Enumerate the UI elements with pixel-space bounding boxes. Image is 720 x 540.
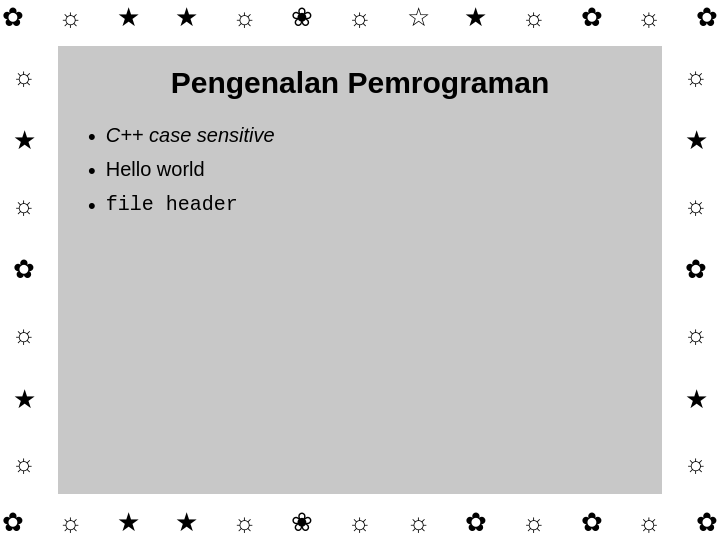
border-icon: ☼	[684, 190, 708, 221]
border-icon: ✿	[2, 507, 24, 538]
bullet-text-3: file header	[106, 193, 238, 216]
border-icon: ★	[13, 125, 36, 156]
slide-content-area: Pengenalan Pemrograman C++ case sensitiv…	[58, 46, 662, 494]
border-icon: ☼	[522, 2, 546, 33]
border-icon: ✿	[581, 507, 603, 538]
border-icon: ✿	[581, 2, 603, 33]
bullet-item-3: file header	[88, 193, 632, 219]
border-icon: ★	[175, 507, 198, 538]
border-icon: ✿	[696, 507, 718, 538]
bullet-text-1: C++ case sensitive	[106, 124, 275, 147]
border-icon: ✿	[2, 2, 24, 33]
border-icon: ❀	[291, 507, 313, 538]
bullet-list: C++ case sensitive Hello world file head…	[88, 124, 632, 219]
border-icon: ★	[117, 2, 140, 33]
border-icon: ☼	[522, 507, 546, 538]
border-icon: ☼	[637, 507, 661, 538]
border-icon: ☼	[12, 319, 36, 350]
bullet-item-1: C++ case sensitive	[88, 124, 632, 150]
border-icon: ★	[464, 2, 487, 33]
border-icon: ☼	[684, 61, 708, 92]
presentation-slide: ✿ ☼ ★ ★ ☼ ❀ ☼ ☆ ★ ☼ ✿ ☼ ✿ ✿ ☼ ★ ★ ☼ ❀ ☼ …	[0, 0, 720, 540]
border-icon: ☼	[348, 2, 372, 33]
border-icon: ★	[685, 384, 708, 415]
border-icon: ☼	[684, 319, 708, 350]
border-icon: ☼	[233, 2, 257, 33]
bottom-border-row: ✿ ☼ ★ ★ ☼ ❀ ☼ ☼ ✿ ☼ ✿ ☼ ✿	[0, 507, 720, 538]
border-icon: ☼	[12, 448, 36, 479]
border-icon: ☼	[637, 2, 661, 33]
border-icon: ☆	[407, 2, 430, 33]
right-border-col: ☼ ★ ☼ ✿ ☼ ★ ☼	[674, 44, 718, 496]
border-icon: ☼	[348, 507, 372, 538]
bullet-text-2: Hello world	[106, 158, 205, 181]
border-icon: ✿	[465, 507, 487, 538]
border-icon: ★	[117, 507, 140, 538]
border-icon: ☼	[59, 507, 83, 538]
border-icon: ✿	[685, 254, 707, 285]
border-icon: ❀	[291, 2, 313, 33]
border-icon: ★	[13, 384, 36, 415]
border-icon: ★	[175, 2, 198, 33]
border-icon: ☼	[684, 448, 708, 479]
border-icon: ☼	[59, 2, 83, 33]
border-icon: ☼	[12, 190, 36, 221]
border-icon: ☼	[407, 507, 431, 538]
slide-title: Pengenalan Pemrograman	[88, 66, 632, 100]
border-icon: ☼	[233, 507, 257, 538]
border-icon: ✿	[13, 254, 35, 285]
top-border-row: ✿ ☼ ★ ★ ☼ ❀ ☼ ☆ ★ ☼ ✿ ☼ ✿	[0, 2, 720, 33]
border-icon: ✿	[696, 2, 718, 33]
bullet-item-2: Hello world	[88, 158, 632, 184]
border-icon: ☼	[12, 61, 36, 92]
border-icon: ★	[685, 125, 708, 156]
left-border-col: ☼ ★ ☼ ✿ ☼ ★ ☼	[2, 44, 46, 496]
